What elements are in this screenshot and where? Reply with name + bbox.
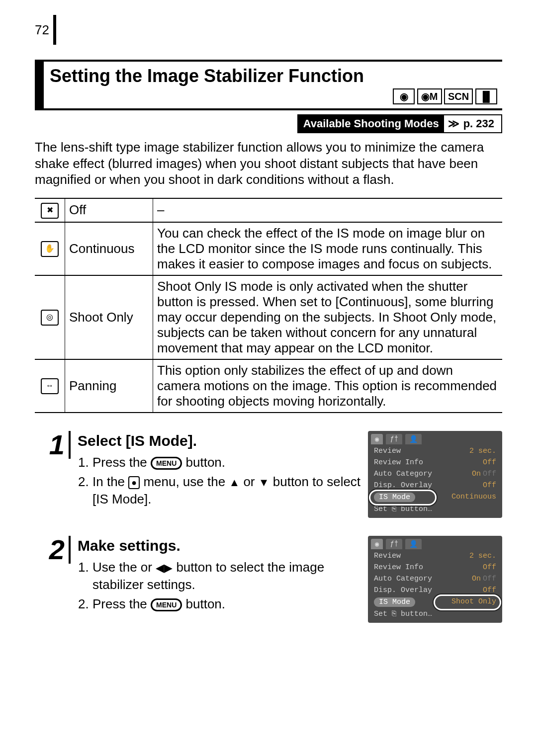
table-row: ✖Off– xyxy=(35,198,502,222)
lcd-row: Disp. OverlayOff xyxy=(368,585,502,596)
lcd-tab: ƒ† xyxy=(386,434,402,444)
lcd-label: Review xyxy=(374,447,401,455)
section-header: Setting the Image Stabilizer Function ◉ … xyxy=(35,60,502,110)
lcd-row: Review InfoOff xyxy=(368,562,502,573)
lcd-row: Auto CategoryOnOff xyxy=(368,573,502,585)
lcd-row: IS ModeContinuous xyxy=(368,491,502,504)
page-number: 72 xyxy=(35,22,49,38)
is-mode-name: Shoot Only xyxy=(65,275,153,359)
lcd-label: IS Mode xyxy=(374,597,415,607)
lcd-value: 2 sec. xyxy=(469,447,496,455)
lcd-label: Set ⎘ button… xyxy=(374,505,432,513)
arrow-icon: ▶ xyxy=(164,562,173,574)
lcd-value: Shoot Only xyxy=(451,597,496,607)
step-row: 2Make settings.Use the or ◀▶ button to s… xyxy=(35,536,502,623)
is-mode-table: ✖Off–✋ContinuousYou can check the effect… xyxy=(35,198,502,413)
lcd-row: Review InfoOff xyxy=(368,457,502,468)
section-header-bar xyxy=(35,62,44,108)
lcd-label: Auto Category xyxy=(374,470,432,478)
available-modes-page-ref: p. 232 xyxy=(463,117,501,130)
step-item: In the ● menu, use the ▲ or ▼ button to … xyxy=(92,473,361,508)
lcd-value-dim: Off xyxy=(483,470,496,478)
lcd-value: Off xyxy=(483,481,496,490)
page-number-block: 72 xyxy=(35,15,502,45)
lcd-label: Auto Category xyxy=(374,575,432,583)
lcd-label: Disp. Overlay xyxy=(374,481,432,490)
step-number: 2 xyxy=(35,536,71,564)
lcd-tab: ◉ xyxy=(371,539,383,549)
lcd-screenshot: ◉ƒ†👤Review2 sec.Review InfoOffAuto Categ… xyxy=(368,536,502,623)
intro-text: The lens-shift type image stabilizer fun… xyxy=(35,139,502,188)
lcd-label: Review Info xyxy=(374,563,423,572)
step-item: Use the or ◀▶ button to select the image… xyxy=(92,559,361,593)
is-mode-name: Off xyxy=(65,198,153,222)
available-modes-row: Available Shooting Modes ≫ p. 232 xyxy=(35,114,502,133)
lcd-label: Set ⎘ button… xyxy=(374,610,432,618)
lcd-label: Review Info xyxy=(374,458,423,467)
lcd-row: Set ⎘ button… xyxy=(368,504,502,515)
lcd-tab: 👤 xyxy=(405,434,422,444)
mode-icon: ◉ xyxy=(393,88,415,104)
lcd-row: Auto CategoryOnOff xyxy=(368,468,502,480)
is-mode-icon: ✋ xyxy=(35,222,65,275)
lcd-row: IS ModeShoot Only xyxy=(368,596,502,608)
lcd-value: Continuous xyxy=(451,493,496,502)
step-title: Make settings. xyxy=(78,536,361,556)
is-mode-name: Panning xyxy=(65,359,153,413)
is-mode-name: Continuous xyxy=(65,222,153,275)
mode-icons-row: ◉ ◉M SCN ▐▌ xyxy=(50,88,502,104)
lcd-row: Disp. OverlayOff xyxy=(368,480,502,491)
lcd-value: On xyxy=(472,575,481,583)
mode-icon: ▐▌ xyxy=(475,88,497,104)
lcd-label: Review xyxy=(374,552,401,560)
lcd-value-dim: Off xyxy=(483,575,496,583)
step-item: Press the MENU button. xyxy=(92,454,361,471)
available-modes-arrow-icon: ≫ xyxy=(444,117,463,130)
step-number: 1 xyxy=(35,431,71,459)
available-modes-label: Available Shooting Modes xyxy=(298,115,444,132)
table-row: ↔PanningThis option only stabilizes the … xyxy=(35,359,502,413)
lcd-row: Review2 sec. xyxy=(368,550,502,562)
available-modes-box: Available Shooting Modes ≫ p. 232 xyxy=(297,114,502,133)
is-mode-desc: Shoot Only IS mode is only activated whe… xyxy=(153,275,503,359)
table-row: ✋ContinuousYou can check the effect of t… xyxy=(35,222,502,275)
lcd-tab: 👤 xyxy=(405,539,422,549)
mode-icon: ◉M xyxy=(417,88,442,104)
lcd-value: Off xyxy=(483,563,496,572)
lcd-screenshot: ◉ƒ†👤Review2 sec.Review InfoOffAuto Categ… xyxy=(368,431,502,518)
step-row: 1Select [IS Mode].Press the MENU button.… xyxy=(35,431,502,518)
arrow-icon: ◀ xyxy=(156,562,164,574)
lcd-label: Disp. Overlay xyxy=(374,586,432,594)
lcd-value: 2 sec. xyxy=(469,552,496,560)
lcd-tab: ◉ xyxy=(371,434,383,444)
lcd-label: IS Mode xyxy=(374,493,415,502)
lcd-value: Off xyxy=(483,458,496,467)
lcd-row: Review2 sec. xyxy=(368,445,502,457)
is-mode-desc: – xyxy=(153,198,503,222)
is-mode-desc: This option only stabilizes the effect o… xyxy=(153,359,503,413)
is-mode-icon: ✖ xyxy=(35,198,65,222)
is-mode-icon: ↔ xyxy=(35,359,65,413)
step-item: Press the MENU button. xyxy=(92,595,361,613)
lcd-value: On xyxy=(472,470,481,478)
is-mode-icon: ◎ xyxy=(35,275,65,359)
mode-icon: SCN xyxy=(444,88,473,104)
page-number-bar xyxy=(53,15,56,45)
lcd-tab: ƒ† xyxy=(386,539,402,549)
lcd-value: Off xyxy=(483,586,496,594)
arrow-icon: ▲ xyxy=(229,476,240,489)
is-mode-desc: You can check the effect of the IS mode … xyxy=(153,222,503,275)
menu-button-icon: MENU xyxy=(151,598,182,611)
camera-menu-icon: ● xyxy=(128,476,140,489)
table-row: ◎Shoot OnlyShoot Only IS mode is only ac… xyxy=(35,275,502,359)
section-title: Setting the Image Stabilizer Function xyxy=(50,66,502,86)
menu-button-icon: MENU xyxy=(151,457,182,470)
arrow-icon: ▼ xyxy=(259,476,269,489)
step-title: Select [IS Mode]. xyxy=(78,431,361,451)
lcd-row: Set ⎘ button… xyxy=(368,608,502,620)
